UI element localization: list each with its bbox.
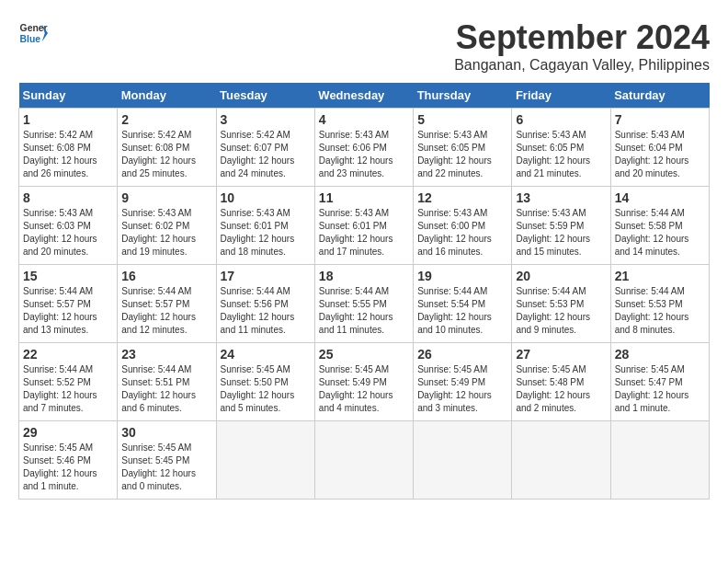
table-row: 3Sunrise: 5:42 AMSunset: 6:07 PMDaylight… xyxy=(216,109,314,187)
calendar-row: 8Sunrise: 5:43 AMSunset: 6:03 PMDaylight… xyxy=(19,187,710,265)
table-row: 2Sunrise: 5:42 AMSunset: 6:08 PMDaylight… xyxy=(118,109,216,187)
table-row: 23Sunrise: 5:44 AMSunset: 5:51 PMDayligh… xyxy=(118,343,216,421)
table-row xyxy=(512,421,610,500)
col-wednesday: Wednesday xyxy=(314,83,413,109)
table-row: 8Sunrise: 5:43 AMSunset: 6:03 PMDaylight… xyxy=(19,187,118,265)
table-row: 5Sunrise: 5:43 AMSunset: 6:05 PMDaylight… xyxy=(414,109,512,187)
page-header: General Blue September 2024 Banganan, Ca… xyxy=(18,18,710,74)
table-row: 7Sunrise: 5:43 AMSunset: 6:04 PMDaylight… xyxy=(610,109,709,187)
table-row: 12Sunrise: 5:43 AMSunset: 6:00 PMDayligh… xyxy=(414,187,512,265)
calendar-row: 1Sunrise: 5:42 AMSunset: 6:08 PMDaylight… xyxy=(19,109,710,187)
table-row: 10Sunrise: 5:43 AMSunset: 6:01 PMDayligh… xyxy=(216,187,314,265)
col-friday: Friday xyxy=(512,83,610,109)
table-row: 15Sunrise: 5:44 AMSunset: 5:57 PMDayligh… xyxy=(19,265,118,343)
table-row: 20Sunrise: 5:44 AMSunset: 5:53 PMDayligh… xyxy=(512,265,610,343)
table-row: 1Sunrise: 5:42 AMSunset: 6:08 PMDaylight… xyxy=(19,109,118,187)
table-row: 24Sunrise: 5:45 AMSunset: 5:50 PMDayligh… xyxy=(216,343,314,421)
col-tuesday: Tuesday xyxy=(216,83,314,109)
table-row: 26Sunrise: 5:45 AMSunset: 5:49 PMDayligh… xyxy=(414,343,512,421)
month-title: September 2024 xyxy=(454,18,710,57)
table-row: 14Sunrise: 5:44 AMSunset: 5:58 PMDayligh… xyxy=(610,187,709,265)
table-row: 17Sunrise: 5:44 AMSunset: 5:56 PMDayligh… xyxy=(216,265,314,343)
calendar-row: 22Sunrise: 5:44 AMSunset: 5:52 PMDayligh… xyxy=(19,343,710,421)
table-row: 29Sunrise: 5:45 AMSunset: 5:46 PMDayligh… xyxy=(19,421,118,500)
table-row: 16Sunrise: 5:44 AMSunset: 5:57 PMDayligh… xyxy=(118,265,216,343)
table-row: 28Sunrise: 5:45 AMSunset: 5:47 PMDayligh… xyxy=(610,343,709,421)
title-area: September 2024 Banganan, Cagayan Valley,… xyxy=(454,18,710,74)
table-row xyxy=(610,421,709,500)
logo: General Blue xyxy=(18,18,48,48)
table-row xyxy=(314,421,413,500)
table-row: 21Sunrise: 5:44 AMSunset: 5:53 PMDayligh… xyxy=(610,265,709,343)
header-row: Sunday Monday Tuesday Wednesday Thursday… xyxy=(19,83,710,109)
table-row: 6Sunrise: 5:43 AMSunset: 6:05 PMDaylight… xyxy=(512,109,610,187)
svg-text:Blue: Blue xyxy=(20,34,41,44)
col-monday: Monday xyxy=(118,83,216,109)
table-row xyxy=(414,421,512,500)
calendar-row: 15Sunrise: 5:44 AMSunset: 5:57 PMDayligh… xyxy=(19,265,710,343)
table-row: 27Sunrise: 5:45 AMSunset: 5:48 PMDayligh… xyxy=(512,343,610,421)
table-row: 9Sunrise: 5:43 AMSunset: 6:02 PMDaylight… xyxy=(118,187,216,265)
table-row: 11Sunrise: 5:43 AMSunset: 6:01 PMDayligh… xyxy=(314,187,413,265)
col-sunday: Sunday xyxy=(19,83,118,109)
col-thursday: Thursday xyxy=(414,83,512,109)
table-row: 18Sunrise: 5:44 AMSunset: 5:55 PMDayligh… xyxy=(314,265,413,343)
table-row: 30Sunrise: 5:45 AMSunset: 5:45 PMDayligh… xyxy=(118,421,216,500)
table-row: 22Sunrise: 5:44 AMSunset: 5:52 PMDayligh… xyxy=(19,343,118,421)
location-title: Banganan, Cagayan Valley, Philippines xyxy=(454,57,710,74)
table-row xyxy=(216,421,314,500)
col-saturday: Saturday xyxy=(610,83,709,109)
logo-icon: General Blue xyxy=(18,18,48,48)
table-row: 13Sunrise: 5:43 AMSunset: 5:59 PMDayligh… xyxy=(512,187,610,265)
table-row: 19Sunrise: 5:44 AMSunset: 5:54 PMDayligh… xyxy=(414,265,512,343)
calendar-table: Sunday Monday Tuesday Wednesday Thursday… xyxy=(18,83,710,500)
table-row: 25Sunrise: 5:45 AMSunset: 5:49 PMDayligh… xyxy=(314,343,413,421)
table-row: 4Sunrise: 5:43 AMSunset: 6:06 PMDaylight… xyxy=(314,109,413,187)
calendar-row: 29Sunrise: 5:45 AMSunset: 5:46 PMDayligh… xyxy=(19,421,710,500)
